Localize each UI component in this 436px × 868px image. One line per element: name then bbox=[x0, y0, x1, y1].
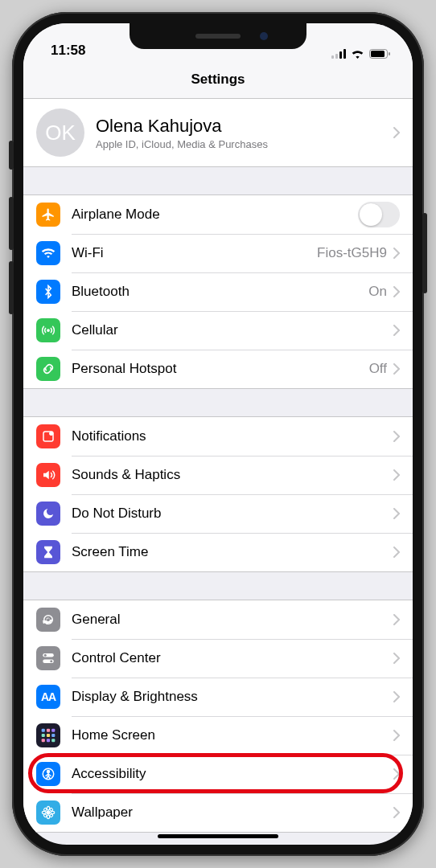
chevron-right-icon bbox=[393, 547, 400, 558]
wifi-icon bbox=[36, 241, 60, 265]
svg-point-31 bbox=[51, 811, 55, 813]
row-detail: On bbox=[368, 284, 387, 300]
svg-point-7 bbox=[47, 330, 49, 331]
svg-rect-22 bbox=[42, 739, 45, 742]
svg-point-11 bbox=[47, 618, 50, 621]
svg-point-32 bbox=[43, 808, 47, 812]
speaker-icon bbox=[36, 463, 60, 487]
link-icon bbox=[36, 357, 60, 381]
row-label: General bbox=[72, 612, 393, 628]
home-indicator[interactable] bbox=[158, 834, 278, 838]
svg-point-34 bbox=[43, 813, 47, 817]
row-label: Notifications bbox=[72, 428, 393, 444]
profile-group: OK Olena Kahujova Apple ID, iCloud, Medi… bbox=[23, 98, 413, 167]
airplane-icon bbox=[36, 203, 60, 227]
wifi-status-icon bbox=[351, 49, 364, 59]
settings-group: Airplane ModeWi-FiFios-tG5H9BluetoothOnC… bbox=[23, 194, 413, 389]
toggle-switch[interactable] bbox=[358, 202, 400, 227]
svg-rect-20 bbox=[47, 734, 50, 737]
svg-rect-17 bbox=[47, 729, 50, 732]
group-separator bbox=[23, 572, 413, 600]
svg-rect-0 bbox=[331, 55, 334, 59]
row-homescreen[interactable]: Home Screen bbox=[23, 716, 413, 755]
row-label: Bluetooth bbox=[72, 284, 368, 300]
chevron-right-icon bbox=[393, 653, 400, 664]
chevron-right-icon bbox=[393, 286, 400, 297]
svg-point-35 bbox=[49, 813, 53, 817]
svg-rect-5 bbox=[371, 51, 385, 57]
row-label: Airplane Mode bbox=[72, 207, 358, 223]
chevron-right-icon bbox=[393, 691, 400, 702]
row-label: Personal Hotspot bbox=[72, 361, 369, 377]
avatar: OK bbox=[36, 108, 84, 157]
svg-point-30 bbox=[42, 811, 46, 813]
group-separator bbox=[23, 389, 413, 416]
row-notifications[interactable]: Notifications bbox=[23, 417, 413, 456]
phone-frame: 11:58 Settings OK Olena Kahujova Apple I… bbox=[12, 12, 424, 856]
row-accessibility[interactable]: Accessibility bbox=[23, 755, 413, 793]
apple-id-row[interactable]: OK Olena Kahujova Apple ID, iCloud, Medi… bbox=[23, 99, 413, 166]
row-cellular[interactable]: Cellular bbox=[23, 311, 413, 350]
row-label: Screen Time bbox=[72, 544, 393, 560]
row-screentime[interactable]: Screen Time bbox=[23, 533, 413, 571]
status-time: 11:58 bbox=[51, 43, 85, 59]
svg-point-29 bbox=[47, 815, 49, 819]
volume-down-button bbox=[9, 261, 14, 314]
profile-subtitle: Apple ID, iCloud, Media & Purchases bbox=[96, 138, 393, 150]
chevron-right-icon bbox=[393, 248, 400, 259]
row-wifi[interactable]: Wi-FiFios-tG5H9 bbox=[23, 234, 413, 272]
row-general[interactable]: General bbox=[23, 600, 413, 639]
row-detail: Fios-tG5H9 bbox=[317, 245, 387, 261]
cellular-signal-icon bbox=[331, 49, 346, 59]
chevron-right-icon bbox=[393, 730, 400, 741]
flower-icon bbox=[36, 800, 60, 825]
settings-group: NotificationsSounds & HapticsDo Not Dist… bbox=[23, 416, 413, 572]
settings-group: GeneralControl CenterAADisplay & Brightn… bbox=[23, 600, 413, 833]
page-title: Settings bbox=[23, 60, 413, 98]
profile-name: Olena Kahujova bbox=[96, 116, 393, 137]
chevron-right-icon bbox=[393, 469, 400, 481]
volume-up-button bbox=[9, 197, 14, 250]
row-bluetooth[interactable]: BluetoothOn bbox=[23, 272, 413, 311]
row-hotspot[interactable]: Personal HotspotOff bbox=[23, 350, 413, 388]
svg-rect-23 bbox=[47, 739, 50, 742]
chevron-right-icon bbox=[393, 431, 400, 442]
chevron-right-icon bbox=[393, 768, 400, 780]
svg-point-27 bbox=[47, 811, 50, 814]
notch bbox=[130, 23, 306, 49]
settings-content[interactable]: Settings OK Olena Kahujova Apple ID, iCl… bbox=[23, 60, 413, 845]
svg-rect-24 bbox=[51, 739, 55, 742]
svg-rect-18 bbox=[51, 729, 55, 732]
gear-icon bbox=[36, 608, 60, 632]
moon-icon bbox=[36, 502, 60, 526]
svg-point-28 bbox=[47, 806, 49, 810]
chevron-right-icon bbox=[393, 614, 400, 625]
chevron-right-icon bbox=[393, 508, 400, 519]
group-separator bbox=[23, 167, 413, 194]
row-label: Do Not Disturb bbox=[72, 506, 393, 522]
row-label: Accessibility bbox=[72, 766, 393, 782]
switches-icon bbox=[36, 646, 60, 670]
row-dnd[interactable]: Do Not Disturb bbox=[23, 494, 413, 533]
svg-rect-2 bbox=[339, 51, 342, 59]
chevron-right-icon bbox=[393, 363, 400, 375]
bluetooth-icon bbox=[36, 280, 60, 304]
row-label: Home Screen bbox=[72, 727, 393, 743]
person-icon bbox=[36, 762, 60, 786]
svg-point-33 bbox=[49, 808, 53, 812]
svg-point-15 bbox=[50, 660, 52, 662]
row-label: Cellular bbox=[72, 322, 393, 338]
row-wallpaper[interactable]: Wallpaper bbox=[23, 793, 413, 832]
row-display[interactable]: AADisplay & Brightness bbox=[23, 678, 413, 716]
row-controlcenter[interactable]: Control Center bbox=[23, 639, 413, 678]
chevron-right-icon bbox=[393, 325, 400, 336]
hourglass-icon bbox=[36, 540, 60, 564]
svg-rect-3 bbox=[343, 49, 346, 59]
bell-icon bbox=[36, 424, 60, 448]
row-airplane[interactable]: Airplane Mode bbox=[23, 195, 413, 234]
row-label: Control Center bbox=[72, 650, 393, 666]
row-sounds[interactable]: Sounds & Haptics bbox=[23, 456, 413, 494]
power-button bbox=[422, 213, 427, 293]
svg-point-13 bbox=[44, 654, 47, 657]
earpiece-speaker bbox=[195, 34, 241, 39]
